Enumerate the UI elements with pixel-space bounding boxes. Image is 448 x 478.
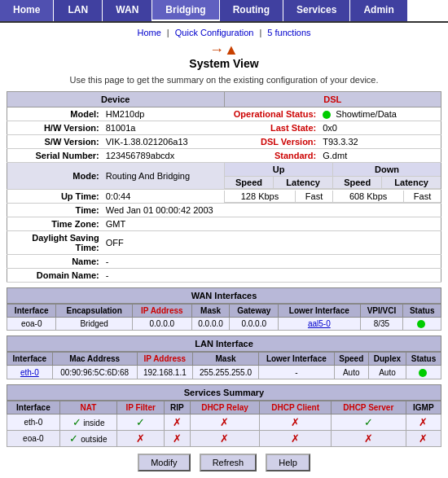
- svc-eoa0-igmp: ✗: [406, 430, 441, 446]
- dsl-version-label: DSL Version:: [224, 135, 319, 149]
- dsl-version-value: T93.3.32: [319, 135, 441, 149]
- page-title: System View: [0, 57, 448, 70]
- nav-home[interactable]: Home: [0, 0, 54, 21]
- svc-eth0-dhcpserver: ✓: [331, 414, 406, 430]
- modify-button[interactable]: Modify: [138, 454, 190, 471]
- wan-col-lower: Lower Interface: [279, 305, 360, 318]
- model-value: HM210dp: [103, 107, 224, 121]
- lan-section: LAN Interface Interface Mac Address IP A…: [7, 335, 441, 379]
- refresh-button[interactable]: Refresh: [200, 454, 257, 471]
- timezone-value: GMT: [103, 217, 441, 231]
- lan-lower: -: [259, 366, 335, 379]
- nav-services[interactable]: Services: [283, 0, 350, 21]
- wan-col-encap: Encapsulation: [56, 305, 133, 318]
- subtitle: Use this page to get the summary on the …: [0, 75, 448, 85]
- wan-col-ip: IP Address: [132, 305, 191, 318]
- nav-routing[interactable]: Routing: [220, 0, 283, 21]
- lan-interface[interactable]: eth-0: [7, 366, 53, 379]
- timezone-row: Time Zone: GMT: [7, 217, 441, 231]
- latency-label-down: Latency: [382, 177, 441, 189]
- wan-section: WAN Interfaces Interface Encapsulation I…: [7, 287, 441, 331]
- x-icon: ✗: [291, 432, 300, 445]
- breadcrumb-home[interactable]: Home: [137, 28, 160, 37]
- breadcrumb-functions[interactable]: 5 functions: [267, 28, 310, 37]
- button-bar: Modify Refresh Help: [7, 454, 441, 471]
- svc-eoa0-nat: ✓ outside: [59, 430, 117, 446]
- timezone-label: Time Zone:: [7, 217, 103, 231]
- wan-interface: eoa-0: [7, 318, 56, 331]
- x-icon: ✗: [291, 416, 300, 428]
- op-status-label: Operational Status:: [224, 107, 319, 121]
- domain-row: Domain Name: -: [7, 269, 441, 283]
- down-speed-value: 608 Kbps: [333, 191, 404, 203]
- nav-admin[interactable]: Admin: [350, 0, 407, 21]
- svc-eoa0-interface: eoa-0: [7, 430, 60, 446]
- uptime-value: 0:0:44: [103, 190, 224, 204]
- speed-label-up: Speed: [224, 177, 273, 189]
- lan-ip: 192.168.1.1: [137, 366, 192, 379]
- serial-label: Serial Number:: [7, 149, 103, 163]
- svc-col-dhcprelay: DHCP Relay: [190, 401, 260, 414]
- svc-eoa0-dhcprelay: ✗: [190, 430, 260, 446]
- dst-value: OFF: [103, 231, 441, 255]
- svc-eth0-nat: ✓ inside: [59, 414, 117, 430]
- last-state-label: Last State:: [224, 121, 319, 135]
- lan-col-lower: Lower Interface: [259, 353, 335, 366]
- lan-status: [406, 366, 441, 379]
- dsl-header-label: DSL: [224, 92, 441, 107]
- lan-row-eth0: eth-0 00:90:96:5C:6D:68 192.168.1.1 255.…: [7, 366, 441, 379]
- help-button[interactable]: Help: [266, 454, 310, 471]
- x-icon: ✗: [419, 432, 428, 445]
- check-icon: ✓: [364, 416, 373, 428]
- wan-col-interface: Interface: [7, 305, 56, 318]
- lan-table-header-row: Interface Mac Address IP Address Mask Lo…: [7, 353, 441, 366]
- time-value: Wed Jan 01 00:00:42 2003: [103, 204, 441, 217]
- speed-values-cell: 128 Kbps Fast 608 Kbps Fast: [224, 190, 441, 204]
- wan-lower[interactable]: aal5-0: [279, 318, 360, 331]
- wan-vpivci: 8/35: [360, 318, 403, 331]
- model-row: Model: HM210dp Operational Status: Showt…: [7, 107, 441, 121]
- mode-label: Mode:: [7, 163, 103, 190]
- lan-col-duplex: Duplex: [368, 353, 406, 366]
- wan-col-vpivci: VPI/VCI: [360, 305, 403, 318]
- op-status-text: Showtime/Data: [336, 109, 397, 119]
- nav-lan[interactable]: LAN: [54, 0, 103, 21]
- lan-table: Interface Mac Address IP Address Mask Lo…: [7, 352, 441, 379]
- serial-row: Serial Number: 123456789abcdx Standard: …: [7, 149, 441, 163]
- wan-table: Interface Encapsulation IP Address Mask …: [7, 304, 441, 331]
- wan-encap: Bridged: [56, 318, 133, 331]
- x-icon: ✗: [173, 416, 182, 428]
- updown-header-cell: Up Down Speed Latency Speed Latency: [224, 163, 441, 190]
- svc-col-ipfilter: IP Filter: [117, 401, 165, 414]
- svc-col-dhcpclient: DHCP Client: [260, 401, 331, 414]
- mode-row: Mode: Routing And Bridging Up Down Speed…: [7, 163, 441, 190]
- lan-col-interface: Interface: [7, 353, 53, 366]
- device-header-label: Device: [7, 92, 224, 107]
- breadcrumb-quick-config[interactable]: Quick Configuration: [175, 28, 254, 37]
- device-dsl-header: Device DSL: [7, 91, 441, 107]
- svc-row-eoa0: eoa-0 ✓ outside ✗ ✗ ✗ ✗ ✗ ✗: [7, 430, 441, 446]
- serial-value: 123456789abcdx: [103, 149, 224, 163]
- time-label: Time:: [7, 204, 103, 217]
- check-icon: ✓: [72, 416, 81, 428]
- time-row: Time: Wed Jan 01 00:00:42 2003: [7, 204, 441, 217]
- check-icon: ✓: [136, 416, 145, 428]
- svc-col-dhcpserver: DHCP Server: [331, 401, 406, 414]
- nav-wan[interactable]: WAN: [103, 0, 152, 21]
- wan-gateway: 0.0.0.0: [230, 318, 279, 331]
- wan-col-gateway: Gateway: [230, 305, 279, 318]
- svc-col-igmp: IGMP: [406, 401, 441, 414]
- domain-value: -: [103, 269, 441, 283]
- x-icon: ✗: [136, 432, 145, 445]
- breadcrumb: Home | Quick Configuration | 5 functions: [0, 23, 448, 39]
- nav-bridging[interactable]: Bridging: [152, 0, 219, 21]
- sw-value: VIK-1.38.021206a13: [103, 135, 224, 149]
- wan-ip: 0.0.0.0: [132, 318, 191, 331]
- dst-row: Daylight Saving Time: OFF: [7, 231, 441, 255]
- lan-mask: 255.255.255.0: [193, 366, 259, 379]
- x-icon: ✗: [364, 432, 373, 445]
- x-icon: ✗: [173, 432, 182, 445]
- nav-bar: Home LAN WAN Bridging Routing Services A…: [0, 0, 448, 23]
- domain-label: Domain Name:: [7, 269, 103, 283]
- services-header-row: Interface NAT IP Filter RIP DHCP Relay D…: [7, 401, 441, 414]
